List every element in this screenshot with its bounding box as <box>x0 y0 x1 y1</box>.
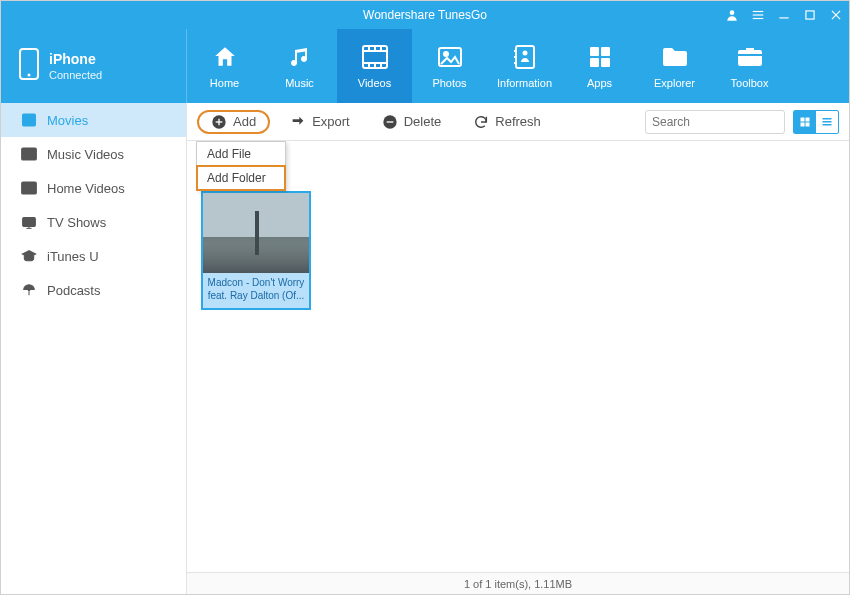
music-icon <box>288 43 312 71</box>
menu-icon[interactable] <box>751 8 765 22</box>
sidebar-item-movies[interactable]: Movies <box>1 103 186 137</box>
statusbar: 1 of 1 item(s), 1.11MB <box>187 572 849 594</box>
minimize-button[interactable] <box>777 8 791 22</box>
nav-music[interactable]: Music <box>262 29 337 103</box>
sidebar-item-label: Home Videos <box>47 181 125 196</box>
sidebar-item-podcasts[interactable]: Podcasts <box>1 273 186 307</box>
nav-label: Music <box>285 77 314 89</box>
export-button[interactable]: Export <box>278 108 362 136</box>
maximize-button[interactable] <box>803 8 817 22</box>
device-pane[interactable]: iPhone Connected <box>1 29 187 103</box>
app-title: Wondershare TunesGo <box>363 8 487 22</box>
svg-rect-29 <box>601 58 610 67</box>
nav-videos[interactable]: Videos <box>337 29 412 103</box>
svg-point-9 <box>28 74 31 77</box>
refresh-icon <box>473 114 489 130</box>
home-icon <box>212 43 238 71</box>
nav-information[interactable]: Information <box>487 29 562 103</box>
dropdown-item-add-folder[interactable]: Add Folder <box>197 166 285 190</box>
view-list-button[interactable] <box>816 111 838 133</box>
search-box[interactable] <box>645 110 785 134</box>
titlebar: Wondershare TunesGo <box>1 1 849 29</box>
nav-label: Explorer <box>654 77 695 89</box>
export-label: Export <box>312 114 350 129</box>
svg-rect-22 <box>514 50 517 52</box>
svg-rect-26 <box>590 47 599 56</box>
content-area: Add File Add Folder Madcon - Don't Worry… <box>187 141 849 572</box>
device-name: iPhone <box>49 51 102 67</box>
svg-rect-24 <box>514 62 517 64</box>
nav-photos[interactable]: Photos <box>412 29 487 103</box>
sidebar-item-tv-shows[interactable]: TV Shows <box>1 205 186 239</box>
svg-rect-5 <box>806 11 814 19</box>
plus-circle-icon <box>211 114 227 130</box>
phone-icon <box>19 48 39 84</box>
sidebar-item-home-videos[interactable]: Home Videos <box>1 171 186 205</box>
minus-circle-icon <box>382 114 398 130</box>
nav-explorer[interactable]: Explorer <box>637 29 712 103</box>
apps-icon <box>588 43 612 71</box>
svg-rect-52 <box>823 121 832 123</box>
export-icon <box>290 114 306 130</box>
toolbar: Add Export Delete Refresh <box>187 103 849 141</box>
svg-rect-3 <box>753 18 764 19</box>
thumbnail-image <box>203 193 309 273</box>
svg-rect-47 <box>801 117 805 121</box>
search-input[interactable] <box>652 115 802 129</box>
add-dropdown: Add File Add Folder <box>196 141 286 191</box>
sidebar: Movies Music Videos Home Videos TV Shows… <box>1 103 187 594</box>
nav-toolbox[interactable]: Toolbox <box>712 29 787 103</box>
delete-button[interactable]: Delete <box>370 108 454 136</box>
device-info: iPhone Connected <box>49 51 102 81</box>
window-controls <box>725 1 843 29</box>
thumbnail-caption: Madcon - Don't Worry feat. Ray Dalton (O… <box>203 273 309 308</box>
sidebar-item-label: iTunes U <box>47 249 99 264</box>
svg-rect-51 <box>823 118 832 120</box>
svg-rect-50 <box>806 122 810 126</box>
sidebar-item-music-videos[interactable]: Music Videos <box>1 137 186 171</box>
svg-rect-53 <box>823 124 832 126</box>
svg-point-20 <box>444 52 448 56</box>
sidebar-item-itunes-u[interactable]: iTunes U <box>1 239 186 273</box>
refresh-label: Refresh <box>495 114 541 129</box>
svg-rect-4 <box>779 17 788 18</box>
nav-label: Home <box>210 77 239 89</box>
information-icon <box>513 43 537 71</box>
delete-label: Delete <box>404 114 442 129</box>
svg-rect-2 <box>753 14 764 15</box>
refresh-button[interactable]: Refresh <box>461 108 553 136</box>
nav-label: Videos <box>358 77 391 89</box>
view-toggle <box>793 110 839 134</box>
video-icon <box>361 43 389 71</box>
view-grid-button[interactable] <box>794 111 816 133</box>
close-button[interactable] <box>829 8 843 22</box>
app-window: Wondershare TunesGo iPhone Connected Hom… <box>0 0 850 595</box>
dropdown-item-label: Add Folder <box>207 171 266 185</box>
svg-point-25 <box>522 51 527 56</box>
svg-rect-36 <box>23 218 36 227</box>
nav-home[interactable]: Home <box>187 29 262 103</box>
nav-items: Home Music Videos Photos Information App… <box>187 29 849 103</box>
top-nav: iPhone Connected Home Music Videos Photo… <box>1 29 849 103</box>
nav-label: Apps <box>587 77 612 89</box>
svg-rect-48 <box>806 117 810 121</box>
add-button[interactable]: Add <box>197 110 270 134</box>
svg-rect-30 <box>23 114 36 126</box>
folder-icon <box>661 43 689 71</box>
device-status: Connected <box>49 69 102 81</box>
nav-label: Photos <box>432 77 466 89</box>
svg-rect-1 <box>753 11 764 12</box>
sidebar-item-label: Music Videos <box>47 147 124 162</box>
svg-rect-49 <box>801 122 805 126</box>
main: Add Export Delete Refresh <box>187 103 849 594</box>
statusbar-text: 1 of 1 item(s), 1.11MB <box>464 578 572 590</box>
dropdown-item-add-file[interactable]: Add File <box>197 142 285 166</box>
video-thumbnail[interactable]: Madcon - Don't Worry feat. Ray Dalton (O… <box>201 191 311 310</box>
dropdown-item-label: Add File <box>207 147 251 161</box>
toolbox-icon <box>737 43 763 71</box>
caption-line: Madcon - Don't Worry <box>207 277 305 290</box>
sidebar-item-label: TV Shows <box>47 215 106 230</box>
svg-rect-21 <box>516 46 534 68</box>
nav-apps[interactable]: Apps <box>562 29 637 103</box>
user-icon[interactable] <box>725 8 739 22</box>
